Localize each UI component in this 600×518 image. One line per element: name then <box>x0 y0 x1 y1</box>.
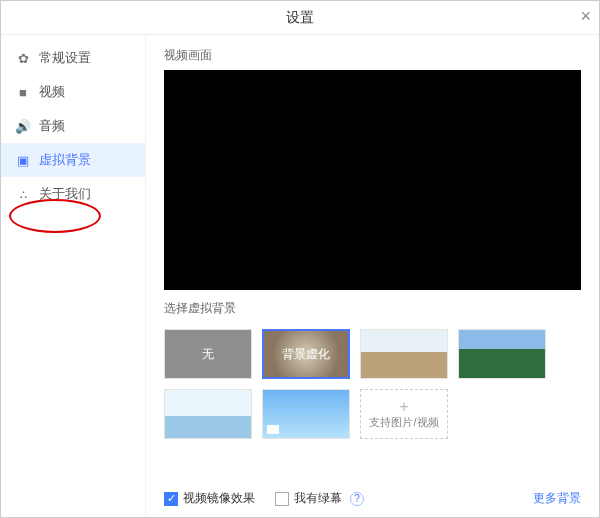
bg-thumb-horizon[interactable] <box>164 389 252 439</box>
main-pane: 视频画面 选择虚拟背景 无 背景虚化 + 支持图片/视频 ✓ 视频镜像效果 <box>146 35 599 517</box>
choose-bg-label: 选择虚拟背景 <box>164 300 581 317</box>
body: ✿ 常规设置 ■ 视频 🔊 音频 ▣ 虚拟背景 ⛬ 关于我们 视频画面 选择虚拟… <box>1 35 599 517</box>
sidebar: ✿ 常规设置 ■ 视频 🔊 音频 ▣ 虚拟背景 ⛬ 关于我们 <box>1 35 146 517</box>
user-card-icon: ▣ <box>15 153 31 168</box>
plus-icon: + <box>399 399 408 415</box>
sidebar-item-general[interactable]: ✿ 常规设置 <box>1 41 145 75</box>
background-thumbnails: 无 背景虚化 + 支持图片/视频 <box>164 329 581 439</box>
sidebar-item-label: 常规设置 <box>39 49 91 67</box>
help-icon[interactable]: ? <box>350 492 364 506</box>
close-icon[interactable]: × <box>580 7 591 25</box>
audio-icon: 🔊 <box>15 119 31 134</box>
sidebar-item-label: 视频 <box>39 83 65 101</box>
sidebar-item-audio[interactable]: 🔊 音频 <box>1 109 145 143</box>
greenscreen-checkbox[interactable]: 我有绿幕 ? <box>275 490 364 507</box>
sidebar-item-video[interactable]: ■ 视频 <box>1 75 145 109</box>
checkbox-icon: ✓ <box>164 492 178 506</box>
video-preview <box>164 70 581 290</box>
window-title: 设置 <box>286 9 314 27</box>
video-icon: ■ <box>15 85 31 100</box>
sidebar-item-label: 音频 <box>39 117 65 135</box>
greenscreen-label: 我有绿幕 <box>294 490 342 507</box>
bottom-controls: ✓ 视频镜像效果 我有绿幕 ? 更多背景 <box>164 480 581 507</box>
sidebar-item-label: 虚拟背景 <box>39 151 91 169</box>
mirror-label: 视频镜像效果 <box>183 490 255 507</box>
mirror-checkbox[interactable]: ✓ 视频镜像效果 <box>164 490 255 507</box>
more-backgrounds-link[interactable]: 更多背景 <box>533 490 581 507</box>
gear-icon: ✿ <box>15 51 31 66</box>
checkbox-icon <box>275 492 289 506</box>
sidebar-item-label: 关于我们 <box>39 185 91 203</box>
bg-thumb-blur[interactable]: 背景虚化 <box>262 329 350 379</box>
bg-thumb-add[interactable]: + 支持图片/视频 <box>360 389 448 439</box>
bg-thumb-mountain[interactable] <box>458 329 546 379</box>
preview-label: 视频画面 <box>164 47 581 64</box>
bg-thumb-sky[interactable] <box>262 389 350 439</box>
titlebar: 设置 × <box>1 1 599 35</box>
bg-thumb-office[interactable] <box>360 329 448 379</box>
sidebar-item-virtual-background[interactable]: ▣ 虚拟背景 <box>1 143 145 177</box>
bg-thumb-label: 无 <box>202 346 214 363</box>
about-icon: ⛬ <box>15 187 31 202</box>
bg-thumb-none[interactable]: 无 <box>164 329 252 379</box>
bg-thumb-add-label: 支持图片/视频 <box>369 415 438 430</box>
sidebar-item-about[interactable]: ⛬ 关于我们 <box>1 177 145 211</box>
bg-thumb-label: 背景虚化 <box>282 346 330 363</box>
